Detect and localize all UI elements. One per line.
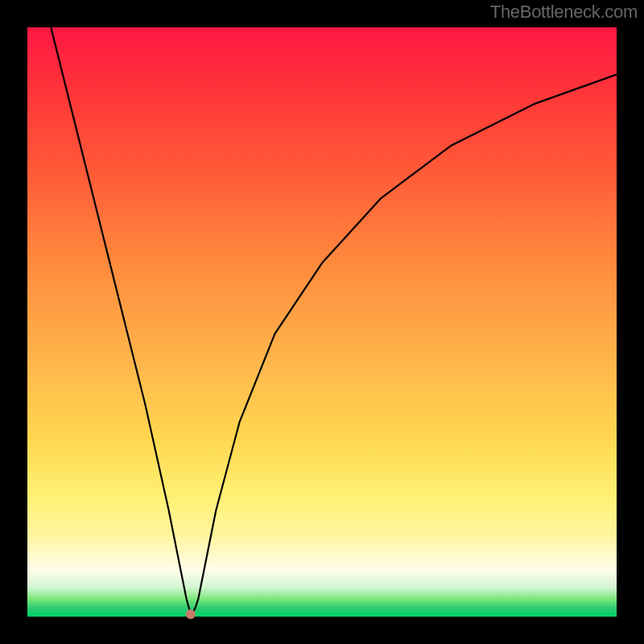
curve-svg xyxy=(27,27,617,617)
watermark-text: TheBottleneck.com xyxy=(490,2,638,23)
optimal-point-marker xyxy=(186,609,196,619)
plot-area xyxy=(27,27,617,617)
bottleneck-curve xyxy=(51,27,617,613)
